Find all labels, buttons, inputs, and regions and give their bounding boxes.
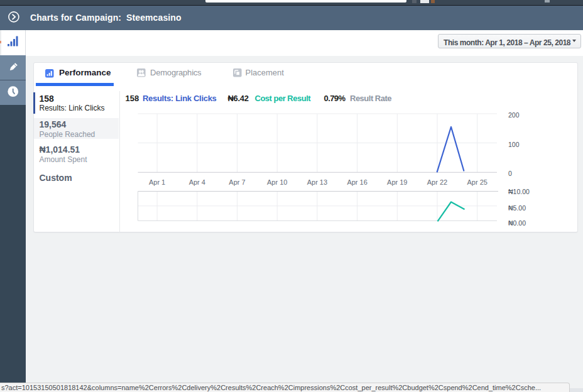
- svg-text:Apr 13: Apr 13: [307, 178, 327, 186]
- svg-text:Apr 7: Apr 7: [229, 178, 245, 186]
- svg-text:100: 100: [508, 141, 520, 148]
- svg-text:Apr 19: Apr 19: [387, 178, 407, 186]
- svg-text:0: 0: [508, 170, 512, 177]
- svg-text:Apr 10: Apr 10: [267, 178, 287, 186]
- svg-text:Apr 4: Apr 4: [189, 178, 205, 186]
- svg-text:₦0.00: ₦0.00: [508, 219, 526, 227]
- svg-text:₦5.00: ₦5.00: [508, 204, 526, 212]
- svg-text:Apr 22: Apr 22: [427, 178, 447, 186]
- svg-text:200: 200: [508, 111, 520, 119]
- svg-text:Apr 1: Apr 1: [149, 178, 165, 186]
- svg-text:Apr 25: Apr 25: [467, 178, 487, 186]
- svg-text:₦10.00: ₦10.00: [508, 188, 530, 195]
- svg-text:Apr 16: Apr 16: [347, 178, 367, 186]
